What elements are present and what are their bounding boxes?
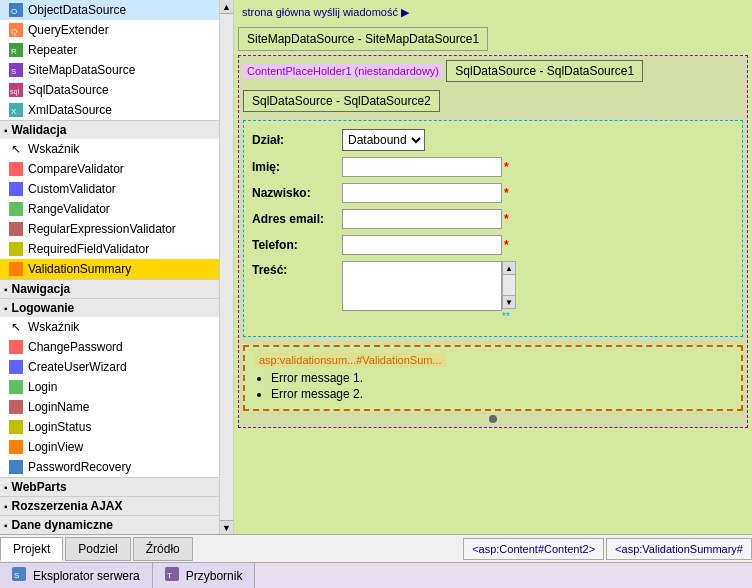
sqldatasource1-box[interactable]: SqlDataSource - SqlDataSource1: [446, 60, 643, 82]
compare-validator-icon: [8, 161, 24, 177]
form-row-telefon: Telefon: *: [252, 235, 734, 255]
range-validator-icon: [8, 201, 24, 217]
toolbox-item-sqldatasource[interactable]: sql SqlDataSource: [0, 80, 219, 100]
cursor2-icon: ↖: [8, 319, 24, 335]
login-name-icon: [8, 399, 24, 415]
email-input[interactable]: [342, 209, 502, 229]
footer-przybornik-tab[interactable]: T Przybornik: [153, 563, 256, 588]
toolbox-group-logowanie[interactable]: ▪ Logowanie: [0, 298, 219, 317]
login-view-icon: [8, 439, 24, 455]
toolbox-item-xmldatasource[interactable]: X XmlDataSource: [0, 100, 219, 120]
tab-validation-summary-tag[interactable]: <asp:ValidationSummary#: [606, 538, 752, 560]
tab-projekt[interactable]: Projekt: [0, 537, 63, 561]
svg-rect-24: [9, 460, 23, 474]
tresc-scroll-up[interactable]: ▲: [502, 261, 516, 275]
svg-rect-12: [9, 162, 23, 176]
toolbox-icon: T: [165, 567, 182, 584]
imie-required: *: [504, 160, 509, 174]
validation-summary-box[interactable]: asp:validationsum...#ValidationSum... Er…: [243, 345, 743, 411]
scroll-down-button[interactable]: ▼: [220, 520, 233, 534]
breadcrumb-strona-glowna[interactable]: strona główna: [242, 6, 311, 18]
toolbox-item-requiredfieldvalidator[interactable]: RequiredFieldValidator: [0, 239, 219, 259]
form-row-imie: Imię: *: [252, 157, 734, 177]
toolbox-item-loginstatus[interactable]: LoginStatus: [0, 417, 219, 437]
toolbox-item-validationsummary[interactable]: ValidationSummary: [0, 259, 219, 279]
login-icon: [8, 379, 24, 395]
toolbox-item-comparevalidator[interactable]: CompareValidator: [0, 159, 219, 179]
svg-rect-22: [9, 420, 23, 434]
sitemap-icon: S: [8, 62, 24, 78]
toolbox-item-wskaznik2[interactable]: ↖ Wskaźnik: [0, 317, 219, 337]
toolbox-item-sitemapdatasource[interactable]: S SiteMapDataSource: [0, 60, 219, 80]
svg-text:T: T: [167, 571, 172, 580]
tab-content2[interactable]: <asp:Content#Content2>: [463, 538, 604, 560]
toolbox-item-passwordrecovery[interactable]: PasswordRecovery: [0, 457, 219, 477]
content-placeholder: ContentPlaceHolder1 (niestandardowy) Sql…: [238, 55, 748, 428]
object-datasource-icon: O: [8, 2, 24, 18]
resizer-dot: [489, 415, 497, 423]
telefon-input[interactable]: [342, 235, 502, 255]
sql-icon: sql: [8, 82, 24, 98]
imie-label: Imię:: [252, 160, 342, 174]
toolbox-item-repeater[interactable]: R Repeater: [0, 40, 219, 60]
validation-error-1: Error message 1.: [271, 371, 731, 385]
sqldatasource2-box[interactable]: SqlDataSource - SqlDataSource2: [243, 90, 440, 112]
scroll-up-button[interactable]: ▲: [220, 0, 233, 14]
imie-input[interactable]: [342, 157, 502, 177]
toolbox-item-loginview[interactable]: LoginView: [0, 437, 219, 457]
tresc-textarea[interactable]: [342, 261, 502, 311]
designer-area: strona główna wyślij wiadomość ▶ SiteMap…: [234, 0, 752, 534]
toolbox-item-login[interactable]: Login: [0, 377, 219, 397]
toolbox-item-queryextender[interactable]: Q QueryExtender: [0, 20, 219, 40]
svg-rect-20: [9, 380, 23, 394]
tab-podziel[interactable]: Podziel: [65, 537, 130, 561]
textarea-scrollbar-area: ▲ ▼ **: [502, 261, 516, 322]
dzial-select[interactable]: Databound: [342, 129, 425, 151]
bottom-tabs: Projekt Podziel Źródło: [0, 535, 195, 562]
toolbox-item-wskaznik[interactable]: ↖ Wskaźnik: [0, 139, 219, 159]
validation-list: Error message 1. Error message 2.: [271, 371, 731, 401]
tresc-scroll-down[interactable]: ▼: [502, 295, 516, 309]
svg-text:S: S: [14, 571, 19, 580]
toolbox-item-loginname[interactable]: LoginName: [0, 397, 219, 417]
tab-zrodlo[interactable]: Źródło: [133, 537, 193, 561]
toolbox-group-dane-dynamiczne[interactable]: ▪ Dane dynamiczne: [0, 515, 219, 534]
sitemap-datasource-box[interactable]: SiteMapDataSource - SiteMapDataSource1: [238, 27, 488, 51]
regex-validator-icon: [8, 221, 24, 237]
nazwisko-input[interactable]: [342, 183, 502, 203]
toolbox-item-objectdatasource[interactable]: O ObjectDataSource: [0, 0, 219, 20]
telefon-label: Telefon:: [252, 238, 342, 252]
toolbox-item-regularexpressionvalidator[interactable]: RegularExpressionValidator: [0, 219, 219, 239]
toolbox-scrollbar[interactable]: ▲ ▼: [220, 0, 234, 534]
toolbox-group-webparts[interactable]: ▪ WebParts: [0, 477, 219, 496]
form-row-tresc: Treść: ▲ ▼ **: [252, 261, 734, 322]
resizer[interactable]: [243, 415, 743, 423]
logowanie-expand-icon: ▪: [4, 303, 8, 314]
svg-rect-13: [9, 182, 23, 196]
breadcrumb-wyslij-wiadomosc[interactable]: wyślij wiadomość: [314, 6, 398, 18]
toolbox-group-walidacja[interactable]: ▪ Walidacja: [0, 120, 219, 139]
bottom-right-tabs: <asp:Content#Content2> <asp:ValidationSu…: [463, 535, 752, 562]
toolbox-item-customvalidator[interactable]: CustomValidator: [0, 179, 219, 199]
toolbox-group-nawigacja[interactable]: ▪ Nawigacja: [0, 279, 219, 298]
validation-summary-icon: [8, 261, 24, 277]
toolbox: O ObjectDataSource Q QueryExtender R Rep…: [0, 0, 220, 534]
svg-rect-14: [9, 202, 23, 216]
nazwisko-required: *: [504, 186, 509, 200]
toolbox-group-rozszerzenia-ajax[interactable]: ▪ Rozszerzenia AJAX: [0, 496, 219, 515]
toolbox-item-rangevalidator[interactable]: RangeValidator: [0, 199, 219, 219]
password-recovery-icon: [8, 459, 24, 475]
svg-text:O: O: [11, 7, 17, 16]
toolbox-item-changepassword[interactable]: ChangePassword: [0, 337, 219, 357]
walidacja-expand-icon: ▪: [4, 125, 8, 136]
form-row-nazwisko: Nazwisko: *: [252, 183, 734, 203]
footer-eksplorator-tab[interactable]: S Eksplorator serwera: [0, 563, 153, 588]
svg-text:sql: sql: [10, 88, 19, 96]
svg-rect-16: [9, 242, 23, 256]
svg-rect-15: [9, 222, 23, 236]
custom-validator-icon: [8, 181, 24, 197]
form-area: Dział: Databound Imię: * Nazwisko:: [243, 120, 743, 337]
validation-error-2: Error message 2.: [271, 387, 731, 401]
nawigacja-expand-icon: ▪: [4, 284, 8, 295]
toolbox-item-createuserwizard[interactable]: CreateUserWizard: [0, 357, 219, 377]
